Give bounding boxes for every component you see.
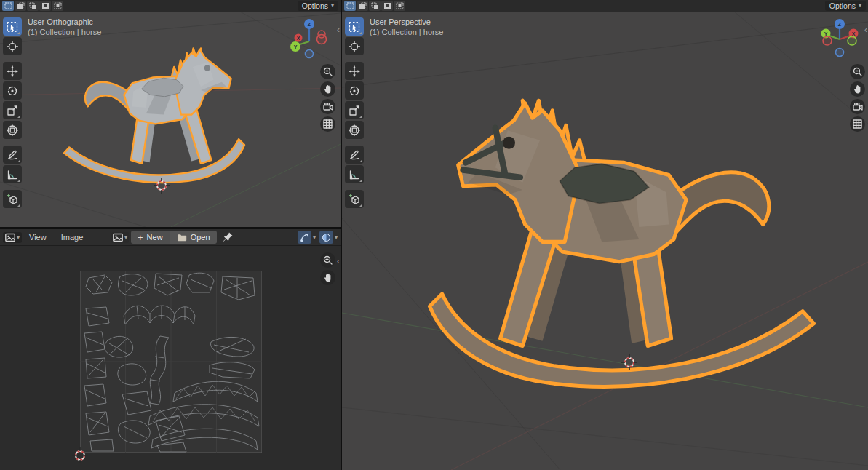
cursor-tool-button[interactable] — [3, 37, 22, 55]
gray-rocking-horse[interactable] — [61, 26, 247, 201]
menu-image[interactable]: Image — [54, 233, 91, 242]
uv-2d-cursor — [72, 447, 88, 463]
uv-pan-button[interactable] — [320, 270, 335, 285]
new-label: New — [147, 233, 163, 242]
move-tool-button[interactable] — [345, 62, 364, 80]
measure-icon — [349, 169, 360, 180]
uv-sidebar-collapse-arrow[interactable]: ‹ — [337, 258, 340, 265]
select-extend-icon — [17, 2, 25, 9]
select-mode-invert-button[interactable] — [39, 1, 51, 11]
rotate-tool-button[interactable] — [345, 81, 364, 100]
uv-zoom-button[interactable] — [320, 252, 335, 268]
annotate-pencil-icon — [349, 149, 360, 161]
hand-icon — [324, 84, 333, 94]
options-dropdown[interactable]: Options ▾ — [825, 1, 866, 11]
move-tool-button[interactable] — [3, 62, 22, 80]
sidebar-collapse-arrow[interactable]: ‹ — [337, 26, 340, 33]
menu-view[interactable]: View — [22, 233, 54, 242]
uv-layout — [80, 271, 262, 453]
viewport-header: Options ▾ — [342, 0, 868, 12]
uv-nav-buttons — [320, 252, 335, 285]
pan-button[interactable] — [320, 81, 335, 97]
select-extend-icon — [359, 2, 367, 9]
pivot-point-dropdown[interactable]: ▾ — [298, 231, 316, 244]
move-icon — [7, 65, 18, 77]
zoom-button[interactable] — [850, 64, 865, 79]
display-channels-icon — [319, 231, 333, 244]
editor-type-dropdown[interactable]: ▾ — [3, 232, 22, 243]
editor-divider-horizontal[interactable] — [0, 227, 341, 229]
options-dropdown[interactable]: Options ▾ — [298, 1, 338, 11]
chevron-down-icon: ▾ — [17, 234, 20, 241]
measure-tool-button[interactable] — [345, 165, 364, 183]
uv-canvas[interactable]: ‹ — [0, 246, 341, 470]
select-subtract-icon — [29, 2, 37, 9]
viewport-perspective[interactable]: Options ▾ User Perspective (1) Collectio… — [342, 0, 868, 470]
pin-icon[interactable] — [223, 231, 234, 243]
gizmo-z-neg[interactable] — [306, 50, 314, 58]
measure-tool-button[interactable] — [3, 165, 22, 183]
view-name: User Perspective — [370, 17, 443, 27]
chevron-down-icon: ▾ — [331, 1, 334, 11]
sidebar-collapse-arrow[interactable]: ‹ — [864, 26, 867, 33]
pivot-point-icon — [298, 231, 311, 244]
toolbar-right-viewport — [345, 17, 365, 210]
gizmo-y-neg[interactable] — [848, 36, 856, 45]
transform-tool-button[interactable] — [3, 121, 22, 139]
viewport-info-text: User Orthographic (1) Collection | horse — [28, 17, 101, 37]
select-mode-extend-button[interactable] — [357, 1, 368, 11]
uv-image-editor[interactable]: ▾ View Image ▾ + New — [0, 229, 341, 470]
zoom-button[interactable] — [320, 64, 335, 79]
cursor-3d — [154, 178, 170, 194]
navigation-gizmo[interactable]: Z Y X — [288, 17, 330, 60]
browse-image-dropdown[interactable]: ▾ — [111, 232, 129, 243]
scale-tool-button[interactable] — [3, 101, 22, 119]
uv-header-right-controls: ▾ ▾ — [298, 231, 338, 244]
gizmo-x-label: X — [297, 36, 300, 41]
select-mode-intersect-button[interactable] — [394, 1, 405, 11]
gizmo-z-neg[interactable] — [836, 49, 844, 57]
display-channels-dropdown[interactable]: ▾ — [319, 231, 338, 244]
scale-tool-button[interactable] — [345, 101, 364, 119]
pan-button[interactable] — [850, 81, 865, 97]
camera-view-button[interactable] — [320, 99, 335, 114]
grid-icon — [853, 119, 862, 129]
wooden-rocking-horse[interactable] — [423, 42, 820, 437]
rotate-tool-button[interactable] — [3, 81, 22, 100]
orthographic-toggle-button[interactable] — [850, 116, 865, 132]
cursor-tool-icon — [349, 41, 360, 52]
select-set-icon — [4, 2, 12, 9]
new-image-button[interactable]: + New — [131, 231, 170, 244]
select-box-tool-button[interactable] — [3, 17, 22, 36]
select-mode-subtract-button[interactable] — [27, 1, 39, 11]
select-mode-intersect-button[interactable] — [52, 1, 63, 11]
transform-tool-button[interactable] — [345, 121, 364, 139]
magnifier-icon — [853, 67, 862, 76]
gizmo-x-neg[interactable] — [823, 36, 832, 45]
select-subtract-icon — [371, 2, 379, 9]
rotate-icon — [349, 85, 360, 97]
open-image-button[interactable]: Open — [170, 231, 217, 244]
add-cube-icon — [7, 194, 19, 205]
select-mode-set-button[interactable] — [344, 1, 356, 11]
select-invert-icon — [383, 2, 391, 9]
select-mode-subtract-button[interactable] — [369, 1, 381, 11]
add-cube-tool-button[interactable] — [345, 190, 364, 208]
gizmo-y-label: Y — [294, 44, 298, 49]
select-box-tool-button[interactable] — [345, 17, 364, 36]
hand-icon — [853, 84, 862, 94]
add-cube-tool-button[interactable] — [3, 190, 22, 208]
new-open-buttons: + New Open — [131, 231, 217, 244]
viewport-nav-buttons — [320, 64, 335, 132]
select-mode-set-button[interactable] — [2, 1, 14, 11]
orthographic-toggle-button[interactable] — [320, 116, 335, 132]
select-mode-invert-button[interactable] — [381, 1, 393, 11]
navigation-gizmo[interactable]: Z Y X — [819, 17, 861, 60]
chevron-down-icon: ▾ — [313, 234, 316, 241]
select-mode-extend-button[interactable] — [15, 1, 26, 11]
annotate-tool-button[interactable] — [3, 146, 22, 164]
cursor-tool-button[interactable] — [345, 37, 364, 55]
camera-view-button[interactable] — [850, 99, 865, 114]
viewport-orthographic[interactable]: Options ▾ User Orthographic (1) Collecti… — [0, 0, 341, 227]
annotate-tool-button[interactable] — [345, 146, 364, 164]
